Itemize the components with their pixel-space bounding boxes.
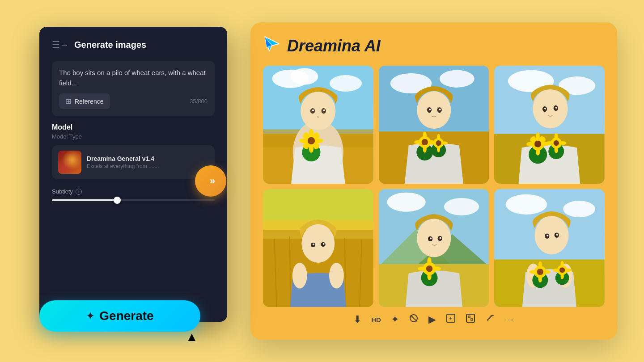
svg-point-9 [301,92,335,130]
svg-point-110 [535,216,569,254]
svg-point-32 [429,109,431,110]
svg-point-87 [329,263,344,289]
image-grid [263,66,605,307]
generate-star-icon: ✦ [86,310,95,322]
svg-point-86 [292,263,307,289]
enhance-icon[interactable]: ✦ [391,314,399,325]
char-count: 35/800 [190,98,208,105]
prompt-text: The boy sits on a pile of wheat ears, wi… [59,68,208,88]
sidebar-toggle-icon[interactable]: ☰→ [52,39,69,50]
download-icon[interactable]: ⬇ [353,314,361,325]
svg-point-123 [543,270,551,274]
expand-icon[interactable] [446,313,456,326]
prompt-box[interactable]: The boy sits on a pile of wheat ears, wi… [52,61,215,116]
svg-point-39 [423,145,426,152]
model-info: Dreamina General v1.4 Excels at everythi… [87,155,208,169]
transform-icon[interactable] [466,313,475,326]
svg-rect-136 [471,319,473,320]
image-cell-5[interactable] [379,189,489,307]
play-icon[interactable]: ▶ [428,314,436,325]
generate-button[interactable]: ✦ Generate [39,300,200,332]
svg-point-52 [533,89,568,128]
reference-row: ⊞ Reference 35/800 [59,93,208,109]
reference-label: Reference [75,98,104,105]
svg-point-70 [555,146,558,153]
image-cell-4[interactable] [263,189,373,307]
model-thumbnail-inner [58,151,81,174]
svg-point-104 [418,267,426,271]
svg-point-44 [437,134,440,140]
svg-point-102 [427,257,431,266]
svg-point-98 [439,237,441,239]
svg-point-33 [439,109,441,110]
svg-point-85 [323,243,325,245]
svg-point-46 [429,142,436,145]
svg-point-20 [315,139,323,143]
svg-point-121 [538,275,542,282]
svg-point-122 [530,270,537,274]
svg-point-120 [538,261,542,269]
generate-label: Generate [99,309,153,323]
svg-point-27 [439,70,474,88]
svg-point-84 [313,244,314,245]
forward-arrow-icon: » [210,175,213,187]
svg-point-40 [414,140,421,144]
svg-rect-80 [263,189,373,220]
svg-point-94 [417,219,451,257]
subtlety-section: Subtlety i [52,188,215,201]
svg-point-108 [563,201,595,217]
model-type-label: Model Type [52,133,215,140]
svg-point-107 [506,194,547,215]
image-cell-6[interactable] [494,189,605,307]
svg-point-105 [432,267,441,271]
model-desc: Excels at everything from ....... [87,163,208,169]
model-card[interactable]: Dreamina General v1.4 Excels at everythi… [52,145,215,179]
svg-point-4 [291,68,318,85]
dreamina-logo-icon [263,35,281,57]
model-section-label: Model [52,123,215,131]
svg-point-5 [330,75,362,92]
svg-point-128 [561,273,564,279]
slider-thumb[interactable] [114,197,121,204]
svg-point-137 [492,315,494,316]
image-toolbar: ⬇ HD ✦ ▶ [263,313,605,326]
cursor-pointer: ▲ [186,330,198,344]
svg-point-29 [417,91,451,129]
svg-point-68 [554,140,559,146]
svg-point-16 [308,137,315,144]
model-thumbnail [58,151,81,174]
subtlety-text: Subtlety [52,188,73,195]
subtlety-slider[interactable] [52,199,215,201]
subtlety-info-icon[interactable]: i [76,189,82,195]
panel-header: ☰→ Generate images [52,39,215,50]
svg-point-37 [421,139,428,145]
svg-point-69 [555,133,558,140]
fix-icon[interactable] [485,313,495,326]
forward-arrow-button[interactable]: » [195,165,226,197]
right-panel-header: Dreamina AI [263,35,605,57]
subtlety-label: Subtlety i [52,188,215,195]
reference-button[interactable]: ⊞ Reference [59,93,110,109]
image-cell-3[interactable] [494,66,605,184]
image-cell-1[interactable] [263,66,373,184]
hd-button[interactable]: HD [371,316,381,324]
svg-point-61 [536,147,540,156]
svg-point-62 [526,142,535,146]
svg-point-127 [561,261,564,267]
svg-point-81 [301,224,335,263]
svg-line-132 [411,315,417,321]
slider-fill [52,199,117,201]
panel-title: Generate images [74,40,146,50]
svg-point-89 [387,193,425,212]
more-options-icon[interactable]: ··· [505,315,514,324]
svg-point-103 [427,272,431,280]
svg-point-19 [299,139,307,143]
svg-point-17 [309,129,314,137]
svg-point-59 [534,140,541,147]
svg-point-71 [546,141,553,145]
edit-icon[interactable] [409,313,419,326]
svg-point-101 [426,265,432,272]
svg-point-90 [444,198,479,215]
svg-point-113 [547,235,548,236]
image-cell-2[interactable] [379,66,489,184]
